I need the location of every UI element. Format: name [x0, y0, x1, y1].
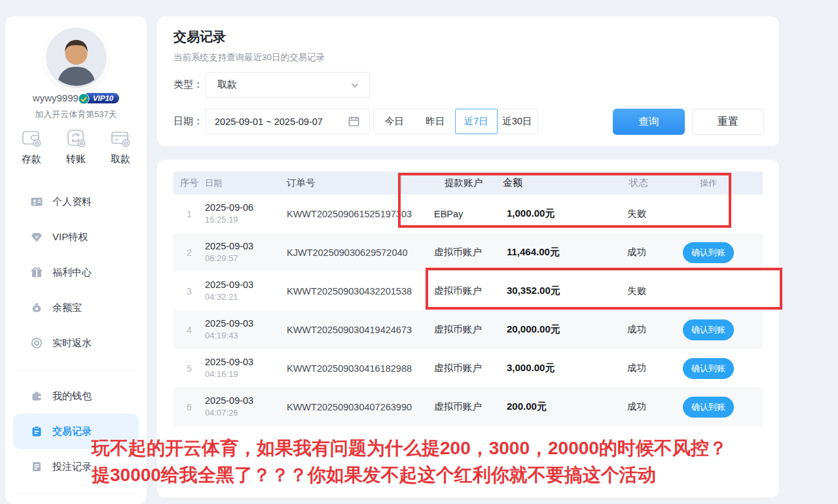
page-subtitle: 当前系统支持查询最近30日的交易记录 [173, 52, 325, 63]
range-yesterday-button[interactable]: 昨日 [415, 109, 456, 134]
vip-shield-icon [78, 93, 90, 105]
row-index: 1 [173, 209, 205, 219]
row-status: 成功 [621, 401, 683, 413]
gift-icon [30, 266, 43, 279]
sidebar-item-wallet[interactable]: 我的钱包 [5, 378, 147, 414]
transfer-button[interactable]: 转账 [64, 126, 88, 166]
row-status: 成功 [621, 323, 683, 336]
username: wywy9999 [33, 92, 79, 103]
filter-panel: 交易记录 当前系统支持查询最近30日的交易记录 类型： 取款 日期： 2025-… [157, 16, 779, 146]
type-select[interactable]: 取款 [205, 72, 370, 98]
row-amount: 30,352.00元 [503, 285, 621, 297]
sidebar: wywy9999 VIP10 加入开云体育第537天 [5, 16, 147, 504]
row-amount: 200.00元 [503, 401, 621, 413]
row-amount: 3,000.00元 [503, 362, 621, 374]
row-account: 虚拟币账户 [434, 246, 503, 259]
date-range-input[interactable]: 2025-09-01 ~ 2025-09-07 [205, 109, 370, 134]
row-amount: 1,000.00元 [503, 207, 621, 220]
time-value: 04:32:21 [205, 291, 287, 303]
table-row: 6 2025-09-0304:07:26 KWWT202509030407263… [173, 387, 763, 426]
row-account: 虚拟币账户 [434, 285, 503, 297]
row-index: 4 [173, 325, 205, 335]
page-title: 交易记录 [173, 28, 226, 46]
avatar [46, 27, 107, 88]
deposit-label: 存款 [22, 153, 41, 166]
row-date: 2025-09-0304:19:43 [205, 317, 287, 342]
date-value: 2025-09-03 [205, 356, 287, 369]
row-date: 2025-09-0304:32:21 [205, 279, 287, 303]
clipboard-icon [30, 425, 43, 438]
sidebar-item-yuebao[interactable]: 余额宝 [5, 290, 147, 325]
range-30days-button[interactable]: 近30日 [497, 109, 538, 134]
col-header-status: 状态 [621, 177, 683, 189]
deposit-button[interactable]: 存款 [20, 126, 43, 166]
sidebar-item-profile[interactable]: 个人资料 [5, 184, 147, 219]
deposit-wallet-icon [20, 126, 43, 150]
target-icon [30, 336, 43, 350]
table-row: 2 2025-09-0306:29:57 KJWT202509030629572… [173, 233, 763, 272]
records-table: 序号 日期 订单号 提款账户 金额 状态 操作 1 2025-09-0615:2… [173, 171, 763, 426]
col-header-date: 日期 [205, 177, 287, 189]
table-row: 5 2025-09-0304:16:19 KWWT202509030416182… [173, 349, 763, 387]
confirm-receipt-button[interactable]: 确认到账 [683, 319, 734, 340]
date-label: 日期： [173, 115, 205, 128]
gem-icon [30, 230, 43, 243]
vip-level-label: VIP10 [93, 94, 113, 102]
query-button[interactable]: 查询 [613, 109, 685, 135]
row-index: 2 [173, 247, 205, 258]
withdraw-button[interactable]: 取款 [109, 126, 132, 166]
avatar-image [46, 27, 107, 88]
time-value: 15:25:19 [205, 214, 287, 226]
type-filter-row: 类型： 取款 [173, 72, 370, 98]
sidebar-item-label: 余额宝 [52, 302, 82, 314]
confirm-receipt-button[interactable]: 确认到账 [683, 397, 734, 418]
withdraw-card-icon [109, 126, 132, 150]
confirm-receipt-button[interactable]: 确认到账 [683, 242, 734, 263]
row-status: 成功 [621, 246, 683, 259]
date-filter-row: 日期： 2025-09-01 ~ 2025-09-07 [173, 109, 370, 134]
user-identity: wywy9999 VIP10 [5, 92, 147, 103]
chevron-down-icon [350, 80, 360, 90]
row-index: 6 [173, 402, 205, 412]
row-order-no: KWWT202509061525197303 [287, 209, 434, 219]
row-account: 虚拟币账户 [434, 401, 503, 413]
range-7days-button[interactable]: 近7日 [455, 109, 498, 134]
row-status: 失败 [621, 285, 683, 297]
reset-button[interactable]: 重置 [692, 109, 764, 135]
table-row: 3 2025-09-0304:32:21 KWWT202509030432201… [173, 272, 763, 310]
sidebar-item-label: 福利中心 [52, 266, 92, 279]
sidebar-item-betting-records[interactable]: 投注记录 [5, 449, 147, 484]
row-order-no: KWWT202509030419424673 [287, 325, 434, 335]
note-icon [30, 460, 43, 473]
row-order-no: KWWT202509030416182988 [287, 363, 434, 374]
row-date: 2025-09-0304:07:26 [205, 395, 287, 419]
records-table-panel: 序号 日期 订单号 提款账户 金额 状态 操作 1 2025-09-0615:2… [157, 160, 779, 497]
row-amount: 11,464.00元 [503, 246, 621, 259]
sidebar-item-label: 投注记录 [52, 461, 92, 473]
date-range-value: 2025-09-01 ~ 2025-09-07 [215, 117, 323, 127]
wallet-icon [30, 389, 43, 403]
sidebar-item-rebate[interactable]: 实时返水 [5, 325, 147, 361]
sidebar-item-label: 实时返水 [52, 337, 92, 350]
sidebar-item-label: 我的钱包 [52, 390, 92, 403]
date-value: 2025-09-06 [205, 202, 287, 214]
table-row: 4 2025-09-0304:19:43 KWWT202509030419424… [173, 310, 763, 349]
confirm-receipt-button[interactable]: 确认到账 [683, 358, 734, 379]
range-today-button[interactable]: 今日 [374, 109, 415, 134]
transaction-records-page: wywy9999 VIP10 加入开云体育第537天 [0, 0, 838, 504]
row-account: 虚拟币账户 [434, 323, 503, 336]
sidebar-item-benefits[interactable]: 福利中心 [5, 255, 147, 290]
join-days-text: 加入开云体育第537天 [5, 109, 147, 120]
calendar-icon [348, 115, 360, 128]
sidebar-menu: 个人资料 VIP特权 福利中心 余额宝 [5, 184, 147, 502]
sidebar-item-transactions[interactable]: 交易记录 [13, 414, 139, 449]
withdraw-label: 取款 [111, 153, 130, 166]
row-date: 2025-09-0304:16:19 [205, 356, 287, 380]
id-card-icon [30, 195, 43, 208]
row-index: 5 [173, 363, 205, 374]
sidebar-item-label: 交易记录 [52, 425, 92, 438]
sidebar-item-vip[interactable]: VIP特权 [5, 219, 147, 255]
time-value: 04:19:43 [205, 330, 287, 342]
transfer-icon [64, 126, 88, 150]
table-row: 1 2025-09-0615:25:19 KWWT202509061525197… [173, 194, 763, 233]
